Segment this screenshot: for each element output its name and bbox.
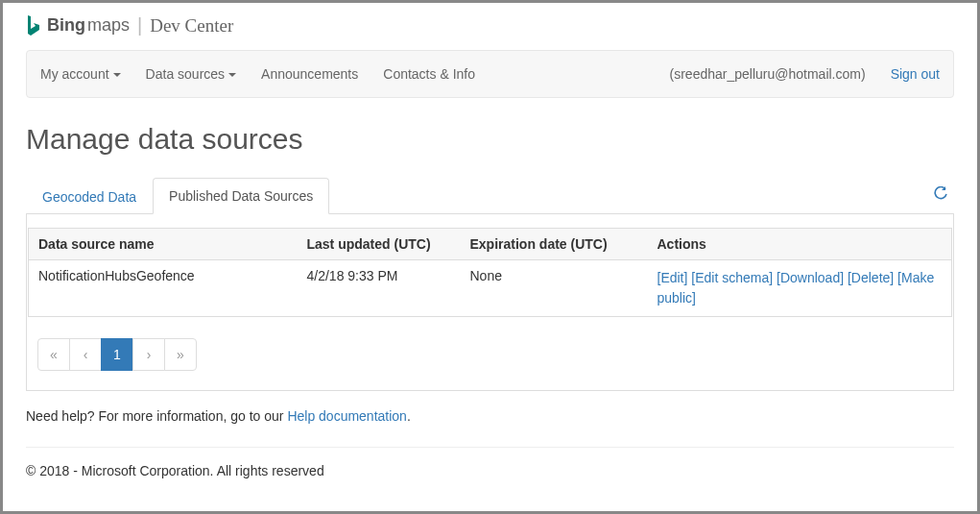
data-sources-panel: Data source name Last updated (UTC) Expi… [26, 214, 954, 391]
chevron-down-icon [228, 73, 236, 77]
logo-bing: Bing [47, 15, 85, 36]
col-header-expiration: Expiration date (UTC) [461, 229, 648, 260]
table-row: NotificationHubsGeofence 4/2/18 9:33 PM … [29, 260, 952, 317]
nav-my-account-label: My account [40, 66, 109, 82]
dev-center-label: Dev Center [150, 15, 233, 37]
bing-icon [26, 15, 41, 37]
sign-out-link[interactable]: Sign out [891, 66, 940, 82]
footer-text: © 2018 - Microsoft Corporation. All righ… [26, 463, 954, 478]
page-title: Manage data sources [26, 123, 954, 156]
col-header-actions: Actions [648, 229, 952, 260]
nav-contacts[interactable]: Contacts & Info [383, 66, 475, 82]
footer-divider [26, 447, 954, 448]
action-edit-schema[interactable]: [Edit schema] [691, 270, 773, 285]
bing-maps-logo[interactable]: Bing maps [26, 15, 130, 37]
refresh-icon[interactable] [933, 186, 954, 205]
logo-maps: maps [87, 15, 130, 36]
nav-data-sources[interactable]: Data sources [146, 66, 236, 82]
nav-user-email: (sreedhar_pelluru@hotmail.com) [670, 66, 866, 82]
page-next[interactable]: › [132, 338, 165, 371]
help-documentation-link[interactable]: Help documentation [287, 408, 407, 424]
logo-bar: Bing maps | Dev Center [26, 14, 954, 37]
main-navbar: My account Data sources Announcements Co… [26, 50, 954, 98]
nav-my-account[interactable]: My account [40, 66, 121, 82]
tab-geocoded-data[interactable]: Geocoded Data [26, 179, 153, 214]
logo-separator: | [137, 14, 142, 37]
col-header-name: Data source name [29, 229, 298, 260]
help-suffix: . [407, 408, 411, 424]
cell-updated: 4/2/18 9:33 PM [298, 260, 461, 317]
tab-published-data-sources[interactable]: Published Data Sources [153, 178, 329, 214]
data-sources-table: Data source name Last updated (UTC) Expi… [28, 228, 952, 317]
action-download[interactable]: [Download] [777, 270, 844, 285]
nav-announcements[interactable]: Announcements [261, 66, 358, 82]
help-prefix: Need help? For more information, go to o… [26, 408, 287, 424]
action-delete[interactable]: [Delete] [848, 270, 894, 285]
cell-expiration: None [461, 260, 648, 317]
cell-name: NotificationHubsGeofence [29, 260, 298, 317]
page-1[interactable]: 1 [101, 338, 133, 371]
page-last[interactable]: » [164, 338, 197, 371]
cell-actions: [Edit] [Edit schema] [Download] [Delete]… [648, 260, 952, 317]
action-edit[interactable]: [Edit] [657, 270, 688, 285]
paginator: « ‹ 1 › » [38, 338, 953, 371]
tab-row: Geocoded Data Published Data Sources [26, 177, 954, 214]
help-text: Need help? For more information, go to o… [26, 408, 954, 424]
page-prev[interactable]: ‹ [69, 338, 102, 371]
chevron-down-icon [113, 73, 121, 77]
nav-data-sources-label: Data sources [146, 66, 225, 82]
page-first[interactable]: « [37, 338, 70, 371]
col-header-updated: Last updated (UTC) [298, 229, 461, 260]
